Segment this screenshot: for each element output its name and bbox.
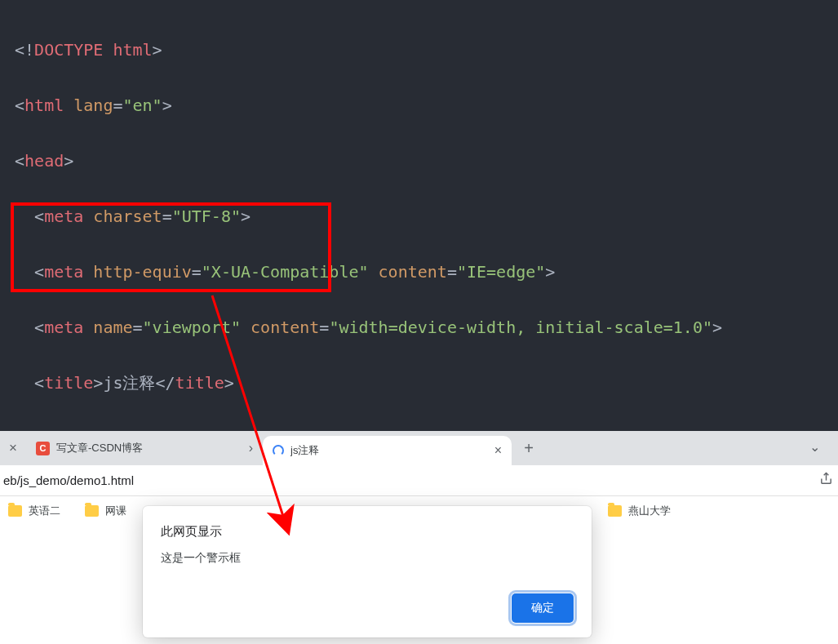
bookmark-label: 英语二 <box>29 504 60 518</box>
bookmark-item[interactable]: 燕山大学 <box>608 504 671 518</box>
code-line: <head> <box>15 147 823 175</box>
chevron-down-icon[interactable]: ⌄ <box>809 439 820 455</box>
browser-tab-inactive[interactable]: C 写文章-CSDN博客 › <box>26 433 263 463</box>
tab-strip: × C 写文章-CSDN博客 › js注释 × + ⌄ <box>0 431 838 465</box>
code-line: <!DOCTYPE html> <box>15 36 823 64</box>
folder-icon <box>8 505 22 517</box>
bookmark-label: 燕山大学 <box>628 504 671 518</box>
new-tab-button[interactable]: + <box>517 436 541 460</box>
alert-dialog: 此网页显示 这是一个警示框 确定 <box>143 506 592 637</box>
address-text: eb/js_demo/demo1.html <box>3 473 819 487</box>
folder-icon <box>85 505 99 517</box>
code-line: <meta name="viewport" content="width=dev… <box>15 313 823 341</box>
dialog-title: 此网页显示 <box>161 524 574 540</box>
code-editor[interactable]: <!DOCTYPE html> <html lang="en"> <head> … <box>0 0 838 431</box>
chevron-right-icon[interactable]: › <box>249 441 253 455</box>
loading-spinner-icon <box>273 445 284 456</box>
browser-tab-active[interactable]: js注释 × <box>263 436 512 465</box>
tab-title: 写文章-CSDN博客 <box>56 441 242 455</box>
folder-icon <box>608 505 622 517</box>
code-line: <html lang="en"> <box>15 91 823 119</box>
bookmark-item[interactable]: 英语二 <box>8 504 60 518</box>
favicon-csdn-icon: C <box>36 442 50 455</box>
code-line: <title>js注释</title> <box>15 369 823 397</box>
share-icon[interactable] <box>819 472 833 490</box>
tab-title: js注释 <box>290 443 488 458</box>
code-line: <meta http-equiv="X-UA-Compatible" conte… <box>15 258 823 286</box>
bookmark-item[interactable]: 网课 <box>85 504 126 518</box>
dialog-message: 这是一个警示框 <box>161 551 574 566</box>
bookmark-label: 网课 <box>105 504 126 518</box>
address-bar[interactable]: eb/js_demo/demo1.html <box>0 465 838 496</box>
close-icon[interactable]: × <box>0 431 26 465</box>
close-icon[interactable]: × <box>494 443 502 458</box>
ok-button[interactable]: 确定 <box>512 593 574 623</box>
code-line: <meta charset="UTF-8"> <box>15 202 823 230</box>
